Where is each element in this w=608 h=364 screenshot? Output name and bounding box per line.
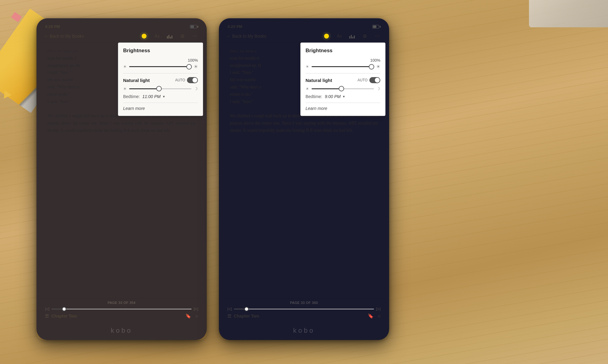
back-button-right[interactable]: ← Back to My Books <box>226 33 266 39</box>
battery-left <box>190 25 198 29</box>
bedtime-chevron-left[interactable]: ▾ <box>163 94 165 99</box>
bedtime-chevron-right[interactable]: ▾ <box>343 94 345 99</box>
chapter-row-right: ☰ Chapter Two 🔖 ⌕ <box>227 313 381 319</box>
text-allcaps-left: Once we were out <box>47 49 79 53</box>
sun-warm-right: ☀ <box>306 87 309 91</box>
search-icon-left[interactable]: ⌕ <box>195 313 198 319</box>
progress-track-left[interactable] <box>52 309 192 309</box>
progress-thumb-left[interactable] <box>62 307 66 311</box>
toc-icon-right[interactable]: ☰ <box>227 313 231 319</box>
brightness-slider-row-right: ☀ ☀ <box>306 64 380 70</box>
learn-more-left[interactable]: Learn more <box>123 103 198 111</box>
brightness-panel-right: Brightness 100% ☀ ☀ Natural light <box>300 43 385 116</box>
natural-track-right[interactable] <box>312 88 374 89</box>
bedtime-time-right[interactable]: 9:00 PM <box>325 94 340 99</box>
toc-icon-left[interactable]: ☰ <box>45 313 49 319</box>
back-button-left[interactable]: ← Back to My Books <box>44 33 84 39</box>
kobo-brand-area-right: kobo <box>223 321 385 336</box>
battery-fill-right <box>373 26 376 28</box>
battery-fill-left <box>191 26 194 28</box>
bottom-bar-left: PAGE 33 OF 354 |◁ ▷| ☰ Chapter Two 🔖 ⌕ <box>40 298 203 321</box>
progress-start-left[interactable]: |◁ <box>45 306 49 311</box>
font-button-right[interactable]: Aa <box>335 32 344 40</box>
battery-body-right <box>372 25 379 29</box>
more-icon-right: ··· <box>375 33 380 39</box>
more-button-left[interactable]: ··· <box>191 32 199 40</box>
sun-small-left: ☀ <box>123 64 127 69</box>
status-bar-left: 4:19 PM <box>40 22 203 30</box>
panel-title-right: Brightness <box>306 48 380 54</box>
brightness-thumb-left[interactable] <box>186 64 192 70</box>
auto-label-left: AUTO <box>175 78 185 82</box>
progress-thumb-right[interactable] <box>244 307 249 311</box>
brightness-fill-right <box>312 66 374 67</box>
panel-title-left: Brightness <box>123 48 198 54</box>
moon-icon-left: ☽ <box>194 86 198 91</box>
chapter-actions-right: 🔖 ⌕ <box>368 313 381 319</box>
brightness-thumb-right[interactable] <box>369 64 374 70</box>
bedtime-time-left[interactable]: 11:00 PM <box>142 94 161 99</box>
natural-thumb-left[interactable] <box>156 86 162 91</box>
nav-icons-right: Aa ⚙ ··· <box>322 32 382 40</box>
battery-right <box>372 25 381 29</box>
kobo-brand-area-left: kobo <box>40 321 203 336</box>
moon-icon-right: ☽ <box>376 86 380 91</box>
natural-light-header-right: Natural light AUTO <box>306 77 380 83</box>
natural-light-label-left: Natural light <box>123 78 150 83</box>
chapter-label-left: Chapter Two <box>51 314 183 318</box>
page-indicator-right: PAGE 33 OF 360 <box>227 301 381 304</box>
kobo-brand-left: kobo <box>111 321 133 336</box>
progress-row-right: |◁ ▷| <box>227 306 381 311</box>
text-allcaps-right: Once we were c <box>230 49 257 53</box>
auto-toggle-right[interactable] <box>369 77 380 83</box>
progress-end-left[interactable]: ▷| <box>194 306 198 311</box>
natural-track-left[interactable] <box>129 88 192 89</box>
divider-1-left <box>123 73 198 73</box>
gear-button-right[interactable]: ⚙ <box>361 32 369 40</box>
page-indicator-left: PAGE 33 OF 354 <box>45 301 198 304</box>
brightness-fill-left <box>129 66 191 67</box>
brightness-value-left: 100% <box>123 58 198 63</box>
learn-more-right[interactable]: Learn more <box>306 103 380 111</box>
sun-button-right[interactable] <box>322 32 331 40</box>
search-icon-right[interactable]: ⌕ <box>378 313 381 319</box>
brightness-track-left[interactable] <box>129 66 191 67</box>
screen-right: 4:20 PM ← Back to My Books <box>223 22 385 321</box>
font-button-left[interactable]: Aa <box>153 32 161 40</box>
bedtime-row-left: Bedtime: 11:00 PM ▾ <box>123 94 198 99</box>
time-left: 4:19 PM <box>45 24 60 29</box>
auto-label-right: AUTO <box>358 78 368 82</box>
bedtime-label-left: Bedtime: <box>123 94 140 99</box>
progress-track-right[interactable] <box>234 309 374 309</box>
progress-row-left: |◁ ▷| <box>45 306 198 311</box>
chart-icon-right <box>349 34 355 39</box>
more-icon-left: ··· <box>193 33 198 39</box>
chapter-actions-left: 🔖 ⌕ <box>185 313 198 319</box>
toggle-knob-left <box>192 78 197 83</box>
natural-fill-right <box>312 88 343 89</box>
brightness-value-right: 100% <box>306 58 380 63</box>
top-right-item <box>529 0 608 27</box>
gear-button-left[interactable]: ⚙ <box>178 32 187 40</box>
nav-bar-left: ← Back to My Books Aa <box>40 30 203 43</box>
sun-large-right: ☀ <box>376 64 380 70</box>
natural-thumb-right[interactable] <box>339 86 344 91</box>
chart-button-right[interactable] <box>348 32 356 40</box>
bookmark-icon-right[interactable]: 🔖 <box>368 313 374 319</box>
progress-end-right[interactable]: ▷| <box>376 306 381 311</box>
chart-button-left[interactable] <box>165 32 174 40</box>
auto-toggle-left[interactable] <box>187 77 198 83</box>
natural-slider-row-left: ☀ ☽ <box>123 86 198 91</box>
sun-button-left[interactable] <box>140 32 148 40</box>
brightness-track-right[interactable] <box>312 66 374 67</box>
chapter-label-right: Chapter Two <box>234 314 365 318</box>
more-button-right[interactable]: ··· <box>373 32 382 40</box>
nav-bar-right: ← Back to My Books Aa <box>223 30 385 43</box>
font-icon-left: Aa <box>154 34 159 39</box>
back-label-right: Back to My Books <box>232 34 266 39</box>
progress-start-right[interactable]: |◁ <box>227 306 232 311</box>
bookmark-icon-left[interactable]: 🔖 <box>185 313 191 319</box>
back-arrow-left: ← <box>44 33 49 39</box>
sun-large-left: ☀ <box>194 64 198 70</box>
divider-1-right <box>306 73 380 73</box>
